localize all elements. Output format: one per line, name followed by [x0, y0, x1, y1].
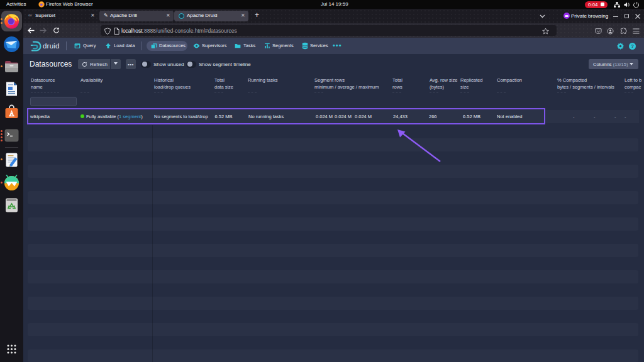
svg-text:?: ?: [631, 43, 634, 49]
